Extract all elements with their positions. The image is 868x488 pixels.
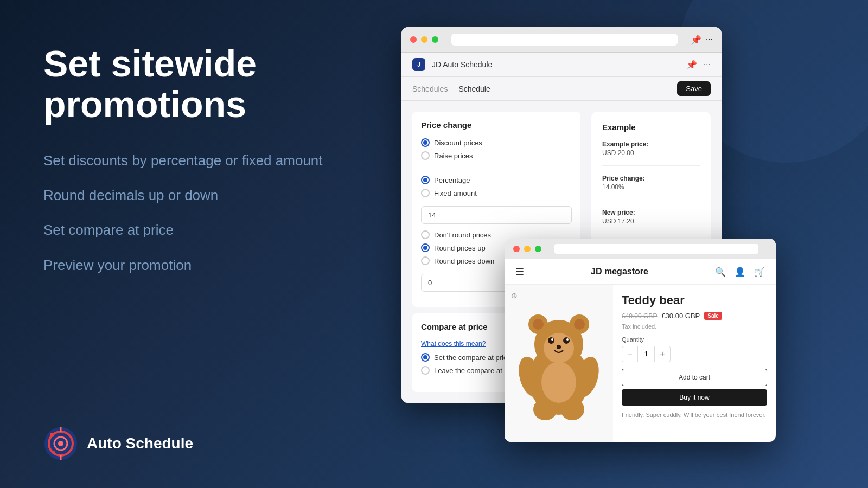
raise-prices-radio[interactable]	[421, 151, 430, 160]
feature-item-3: Set compare at price	[43, 220, 401, 240]
dont-round-radio[interactable]	[421, 230, 430, 239]
product-image-area: ⊕	[505, 285, 613, 442]
store-url-bar	[554, 244, 758, 254]
dont-round-option[interactable]: Don't round prices	[421, 230, 572, 239]
product-description: Friendly. Super cuddly. Will be your bes…	[622, 411, 767, 419]
sale-badge: Sale	[704, 312, 722, 320]
svg-point-19	[557, 345, 561, 349]
logo-icon	[43, 426, 78, 461]
discount-prices-radio[interactable]	[421, 138, 430, 147]
store-close-dot[interactable]	[513, 246, 520, 252]
divider-1	[421, 169, 572, 169]
product-name: Teddy bear	[622, 293, 767, 307]
product-details: Teddy bear £40.00 GBP £30.00 GBP Sale Ta…	[613, 285, 776, 442]
logo-area: Auto Schedule	[43, 426, 193, 461]
quantity-control: − 1 +	[622, 346, 671, 362]
price-type-group: Discount prices Raise prices	[421, 138, 572, 160]
svg-point-18	[566, 338, 569, 341]
more-icon: ···	[706, 35, 713, 45]
fixed-amount-radio[interactable]	[421, 189, 430, 197]
app-icon-symbol: J	[417, 61, 420, 68]
new-price-row: New price: USD 17.20	[602, 209, 700, 234]
main-title: Set sitewide promotions	[43, 43, 401, 125]
app-icon: J	[412, 58, 425, 71]
search-icon[interactable]: 🔍	[715, 267, 726, 277]
logo-text: Auto Schedule	[87, 435, 193, 452]
nav-schedules[interactable]: Schedules	[412, 85, 448, 93]
round-down-label: Round prices down	[434, 257, 494, 265]
store-window: ☰ JD megastore 🔍 👤 🛒 ⊕	[505, 239, 776, 442]
round-down-radio[interactable]	[421, 256, 430, 265]
set-compare-radio[interactable]	[421, 353, 430, 362]
svg-point-16	[563, 337, 570, 344]
store-titlebar	[505, 239, 776, 259]
leave-compare-radio[interactable]	[421, 366, 430, 375]
titlebar-url-bar	[451, 34, 678, 46]
round-up-radio[interactable]	[421, 243, 430, 252]
quantity-plus-button[interactable]: +	[655, 346, 670, 362]
price-row: £40.00 GBP £30.00 GBP Sale	[622, 312, 767, 320]
price-change-row: Price change: 14.00%	[602, 175, 700, 200]
hamburger-icon[interactable]: ☰	[515, 266, 524, 278]
product-image	[515, 304, 602, 423]
zoom-icon: ⊕	[511, 291, 522, 302]
quantity-label: Quantity	[622, 336, 767, 343]
pin-icon-header[interactable]: 📌	[686, 60, 697, 70]
round-up-label: Round prices up	[434, 244, 486, 252]
save-button[interactable]: Save	[677, 81, 711, 96]
old-price: £40.00 GBP	[622, 312, 657, 320]
fixed-amount-option[interactable]: Fixed amount	[421, 189, 572, 197]
price-change-title: Price change	[421, 120, 572, 130]
titlebar-minimize-dot[interactable]	[421, 36, 427, 43]
store-minimize-dot[interactable]	[524, 246, 531, 252]
new-price-value: USD 17.20	[602, 217, 700, 225]
svg-point-11	[533, 319, 544, 330]
quantity-minus-button[interactable]: −	[622, 346, 637, 362]
example-price-label: Example price:	[602, 140, 700, 148]
add-to-cart-button[interactable]: Add to cart	[622, 369, 767, 386]
example-title: Example	[602, 123, 700, 132]
example-price-row: Example price: USD 20.00	[602, 140, 700, 166]
price-change-example-value: 14.00%	[602, 183, 700, 191]
feature-item-1: Set discounts by percentage or fixed amo…	[43, 151, 401, 170]
amount-type-group: Percentage Fixed amount	[421, 176, 572, 197]
titlebar-right-controls: 📌 ···	[691, 35, 713, 45]
app-header: J JD Auto Schedule 📌 ···	[401, 53, 722, 77]
new-price: £30.00 GBP	[661, 312, 700, 320]
store-content: ⊕	[505, 285, 776, 442]
feature-item-4: Preview your promotion	[43, 255, 401, 275]
left-panel: Set sitewide promotions Set discounts by…	[43, 43, 401, 290]
raise-prices-option[interactable]: Raise prices	[421, 151, 572, 160]
account-icon[interactable]: 👤	[735, 267, 745, 277]
feature-item-2: Round decimals up or down	[43, 185, 401, 205]
svg-point-17	[551, 338, 553, 341]
titlebar-close-dot[interactable]	[410, 36, 417, 43]
svg-point-6	[50, 433, 54, 437]
app-nav: Schedules Schedule Save	[401, 77, 722, 101]
price-value-input[interactable]	[421, 206, 572, 224]
store-maximize-dot[interactable]	[535, 246, 541, 252]
discount-prices-label: Discount prices	[434, 139, 482, 147]
percentage-radio[interactable]	[421, 176, 430, 184]
raise-prices-label: Raise prices	[434, 152, 473, 160]
percentage-option[interactable]: Percentage	[421, 176, 572, 184]
store-header: ☰ JD megastore 🔍 👤 🛒	[505, 259, 776, 285]
price-change-example-label: Price change:	[602, 175, 700, 182]
discount-prices-option[interactable]: Discount prices	[421, 138, 572, 147]
feature-list: Set discounts by percentage or fixed amo…	[43, 151, 401, 275]
titlebar-maximize-dot[interactable]	[432, 36, 438, 43]
menu-icon-header[interactable]: ···	[704, 60, 711, 70]
cart-icon[interactable]: 🛒	[754, 267, 765, 277]
buy-now-button[interactable]: Buy it now	[622, 389, 767, 406]
store-name: JD megastore	[591, 267, 648, 277]
pin-icon: 📌	[691, 35, 701, 45]
app-title: JD Auto Schedule	[432, 60, 492, 69]
app-header-icons: 📌 ···	[686, 60, 711, 70]
svg-point-7	[52, 451, 55, 454]
nav-schedule[interactable]: Schedule	[458, 85, 490, 93]
svg-point-13	[574, 319, 585, 330]
fixed-amount-label: Fixed amount	[434, 189, 477, 197]
new-price-label: New price:	[602, 209, 700, 216]
svg-point-3	[58, 441, 63, 446]
svg-point-24	[541, 362, 576, 403]
